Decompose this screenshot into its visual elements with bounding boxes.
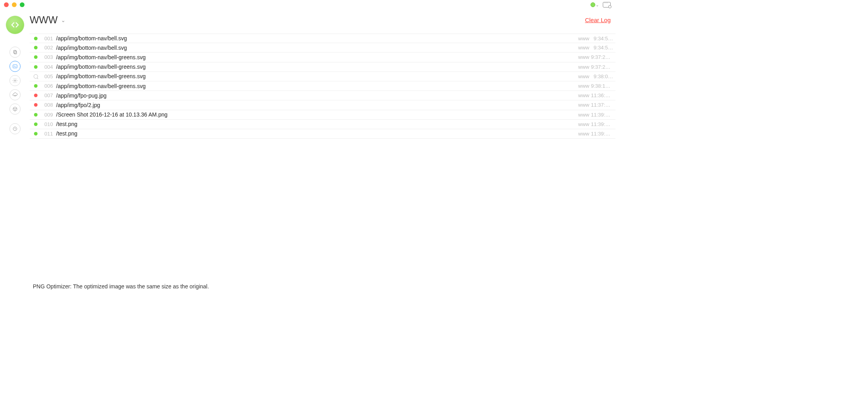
log-row-path: /app/img/bottom-nav/bell.svg <box>56 35 573 41</box>
log-row[interactable]: 004/app/img/bottom-nav/bell-greens.svgww… <box>30 62 615 72</box>
project-selector[interactable]: WWW ⌄ <box>30 14 66 26</box>
log-row-project: www <box>573 45 589 51</box>
log-row-time: 11:36:5… <box>591 92 613 98</box>
svg-rect-2 <box>13 65 17 68</box>
log-row[interactable]: 006/app/img/bottom-nav/bell-greens.svgww… <box>30 81 615 91</box>
log-row-number: 007 <box>41 92 53 98</box>
main-content: WWW ⌄ Clear Log 001/app/img/bottom-nav/b… <box>30 9 615 294</box>
footer-message: PNG Optimizer: The optimized image was t… <box>30 279 615 294</box>
log-row-time: 11:39:51… <box>591 131 613 137</box>
log-row[interactable]: 009/Screen Shot 2016-12-16 at 10.13.36 A… <box>30 110 615 120</box>
window-titlebar: ⌄ <box>0 0 615 9</box>
status-dot-icon <box>34 113 38 117</box>
status-dot-icon <box>591 2 595 7</box>
log-row[interactable]: 002/app/img/bottom-nav/bell.svgwww9:34:5… <box>30 43 615 53</box>
connection-status-dropdown[interactable]: ⌄ <box>591 2 599 7</box>
log-row-project: www <box>573 83 589 89</box>
chevron-down-icon: ⌄ <box>596 3 599 7</box>
log-row[interactable]: 011/test.pngwww11:39:51… <box>30 129 615 139</box>
log-row-project: www <box>573 92 589 98</box>
cloud-download-icon <box>12 92 18 98</box>
log-row-time: 9:38:0… <box>591 73 613 79</box>
status-dot-icon <box>34 37 38 40</box>
files-icon <box>12 49 18 55</box>
inspector-icon[interactable] <box>603 2 611 8</box>
window-zoom-button[interactable] <box>20 2 25 7</box>
window-minimize-button[interactable] <box>12 2 17 7</box>
log-row-path: /app/img/bottom-nav/bell-greens.svg <box>56 54 573 60</box>
sidebar <box>0 9 30 294</box>
svg-point-3 <box>14 80 16 81</box>
chevron-down-icon: ⌄ <box>61 17 66 23</box>
package-icon <box>12 106 18 112</box>
log-row-time: 11:39:3… <box>591 112 613 118</box>
log-row-number: 004 <box>41 64 53 70</box>
app-logo[interactable] <box>6 16 24 34</box>
status-dot-icon <box>34 94 38 97</box>
history-icon <box>12 126 18 132</box>
terminal-icon <box>12 64 18 69</box>
log-row[interactable]: 008/app/img/fpo/2.jpgwww11:37:0… <box>30 100 615 110</box>
log-row-number: 009 <box>41 112 53 118</box>
status-dot-icon <box>34 103 38 107</box>
log-row-path: /Screen Shot 2016-12-16 at 10.13.36 AM.p… <box>56 111 573 118</box>
sidebar-console-button[interactable] <box>9 61 21 72</box>
log-row-project: www <box>573 64 589 70</box>
status-dot-icon <box>34 84 38 88</box>
project-title: WWW <box>30 14 58 26</box>
log-row-project: www <box>573 36 589 41</box>
log-row-time: 9:34:5… <box>591 36 613 41</box>
log-row-project: www <box>573 121 589 127</box>
log-row-time: 11:39:4… <box>591 121 613 127</box>
log-row-number: 003 <box>41 54 53 60</box>
log-row[interactable]: 005/app/img/bottom-nav/bell-greens.svgww… <box>30 72 615 81</box>
traffic-lights <box>4 2 25 7</box>
log-row-time: 9:37:20… <box>591 54 613 60</box>
log-row-project: www <box>573 131 589 137</box>
log-row-time: 9:34:5… <box>591 45 613 51</box>
window-close-button[interactable] <box>4 2 9 7</box>
svg-rect-1 <box>14 51 17 54</box>
sidebar-history-button[interactable] <box>9 123 21 134</box>
log-row-project: www <box>573 54 589 60</box>
log-row-number: 011 <box>41 131 53 137</box>
gear-icon <box>12 78 18 83</box>
log-row-number: 008 <box>41 102 53 108</box>
log-row-number: 001 <box>41 36 53 41</box>
sidebar-settings-button[interactable] <box>9 75 21 86</box>
log-row-number: 005 <box>41 73 53 79</box>
log-row-path: /app/img/fpo/2.jpg <box>56 102 573 108</box>
log-row[interactable]: 003/app/img/bottom-nav/bell-greens.svgww… <box>30 53 615 62</box>
log-row-path: /app/img/fpo-pug.jpg <box>56 92 573 99</box>
log-row-path: /test.png <box>56 130 573 137</box>
sidebar-cloud-button[interactable] <box>9 89 21 100</box>
code-brackets-icon <box>11 21 19 29</box>
log-row-project: www <box>573 73 589 79</box>
log-row[interactable]: 007/app/img/fpo-pug.jpgwww11:36:5… <box>30 91 615 100</box>
sidebar-files-button[interactable] <box>9 47 21 58</box>
log-row-path: /app/img/bottom-nav/bell-greens.svg <box>56 73 573 79</box>
log-row-time: 11:37:0… <box>591 102 613 108</box>
log-row-project: www <box>573 112 589 118</box>
log-row-number: 002 <box>41 45 53 51</box>
status-dot-icon <box>34 46 38 49</box>
log-row-path: /app/img/bottom-nav/bell-greens.svg <box>56 83 573 89</box>
log-row-path: /test.png <box>56 121 573 127</box>
svg-rect-0 <box>13 50 16 53</box>
sidebar-package-button[interactable] <box>9 104 21 115</box>
status-dot-icon <box>34 65 38 69</box>
log-list: 001/app/img/bottom-nav/bell.svgwww9:34:5… <box>30 34 615 279</box>
status-dot-icon <box>34 132 38 135</box>
clear-log-link[interactable]: Clear Log <box>585 17 611 23</box>
log-row[interactable]: 010/test.pngwww11:39:4… <box>30 120 615 129</box>
log-row-time: 9:38:11… <box>591 83 613 89</box>
log-row[interactable]: 001/app/img/bottom-nav/bell.svgwww9:34:5… <box>30 34 615 43</box>
log-row-project: www <box>573 102 589 108</box>
status-dot-icon <box>34 55 38 59</box>
log-row-path: /app/img/bottom-nav/bell.svg <box>56 45 573 51</box>
log-row-number: 006 <box>41 83 53 89</box>
search-icon <box>34 74 38 79</box>
log-row-number: 010 <box>41 121 53 127</box>
status-dot-icon <box>34 122 38 126</box>
log-row-time: 9:37:21… <box>591 64 613 70</box>
